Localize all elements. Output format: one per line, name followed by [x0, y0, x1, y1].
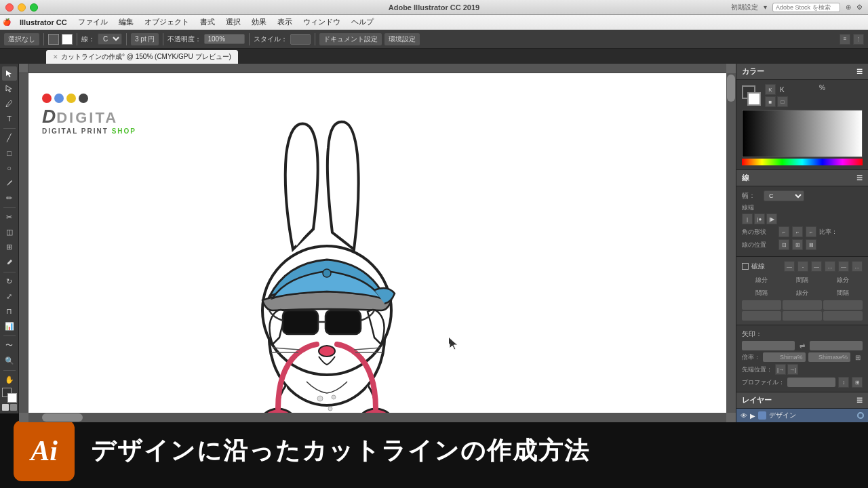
minimize-button[interactable] — [18, 3, 26, 12]
menu-help[interactable]: ヘルプ — [347, 16, 378, 28]
stroke-width-select[interactable]: C — [764, 190, 804, 201]
stroke-end-1[interactable]: | — [742, 214, 753, 224]
close-button[interactable] — [5, 3, 14, 12]
dash-input-2[interactable] — [823, 300, 863, 310]
dash-input-5[interactable] — [823, 311, 863, 321]
spectrum-bar[interactable] — [742, 159, 863, 165]
arrow-swap[interactable]: ⇌ — [797, 341, 807, 350]
style-swatch[interactable] — [290, 34, 311, 45]
stroke-swatch[interactable] — [62, 34, 73, 45]
arrow-end[interactable] — [810, 341, 863, 350]
canvas-area[interactable]: DDIGITA DIGITAL PRINT SHOP — [19, 64, 736, 422]
eyedropper-tool[interactable] — [2, 255, 17, 269]
dash-input-1[interactable] — [783, 300, 822, 310]
brush-tool[interactable] — [2, 176, 17, 190]
direct-select-tool[interactable] — [2, 81, 17, 96]
color-menu-icon[interactable]: ☰ — [856, 68, 863, 75]
preview-mode[interactable] — [10, 404, 17, 411]
color-icon-1[interactable]: K — [765, 84, 776, 95]
position-icon-3[interactable]: ⊠ — [806, 239, 816, 250]
fill-swatch[interactable] — [48, 34, 59, 45]
fg-bg-colors[interactable] — [742, 85, 762, 106]
ellipse-tool[interactable]: ○ — [2, 161, 17, 175]
dash-input-0[interactable] — [742, 300, 781, 310]
scale-tool[interactable]: ⤢ — [2, 289, 17, 304]
corner-icon-2[interactable]: ⌐ — [792, 226, 803, 237]
dash-icon-1[interactable]: — — [784, 261, 795, 272]
canvas-tab[interactable]: ✕ カットラインの作成° @ 150% (CMYK/GPU プレビュー) — [46, 50, 238, 64]
stroke-none[interactable]: 選択なし — [4, 33, 39, 45]
stroke-end-3[interactable]: |▶ — [766, 214, 777, 224]
stock-search-input[interactable] — [772, 3, 840, 12]
menu-edit[interactable]: 編集 — [114, 16, 138, 28]
scrollbar-right[interactable] — [726, 73, 736, 413]
corner-icon-3[interactable]: ⌐ — [806, 226, 816, 237]
layer-menu-icon[interactable]: ☰ — [856, 396, 863, 404]
layer-visibility[interactable]: 👁 — [741, 412, 747, 420]
stroke-select[interactable]: C — [98, 33, 122, 45]
arrange-icon[interactable]: ≡ — [840, 34, 850, 45]
pen-tool[interactable]: 🖊 — [2, 96, 17, 110]
size-button[interactable]: 3 pt 円 — [131, 33, 159, 45]
menu-window[interactable]: ウィンドウ — [298, 16, 345, 28]
profile-input[interactable] — [787, 378, 835, 387]
share-icon[interactable]: ⊕ — [846, 3, 851, 11]
rect-tool[interactable]: □ — [2, 146, 17, 160]
tab-close[interactable]: ✕ — [53, 54, 58, 60]
menu-icon[interactable]: ⋮ — [853, 34, 864, 45]
dash-icon-2[interactable]: - — [797, 261, 808, 272]
blend-tool[interactable]: ⊞ — [2, 240, 17, 254]
opacity-input[interactable] — [204, 34, 245, 44]
scale-input-end[interactable]: Shimase% — [808, 352, 851, 362]
stock-search[interactable]: ▾ — [764, 3, 767, 11]
window-controls[interactable] — [5, 3, 38, 12]
position-icon-1[interactable]: ⊟ — [778, 239, 789, 250]
pencil-tool[interactable]: ✏ — [2, 191, 17, 205]
dash-icon-4[interactable]: … — [825, 261, 835, 272]
background-color[interactable] — [747, 92, 761, 106]
dash-icon-6[interactable]: … — [852, 261, 863, 272]
layer-row[interactable]: 👁 ▶ デザイン — [736, 409, 868, 422]
dash-icon-3[interactable]: — — [811, 261, 822, 272]
stroke-color[interactable] — [7, 393, 17, 403]
canvas-content[interactable]: DDIGITA DIGITAL PRINT SHOP — [28, 73, 726, 413]
normal-mode[interactable] — [2, 404, 9, 411]
profile-icon-2[interactable]: ⊞ — [852, 377, 863, 388]
warp-tool[interactable]: 〜 — [2, 338, 17, 352]
type-tool[interactable]: T — [2, 112, 17, 126]
settings-icon[interactable]: ⚙ — [856, 3, 863, 11]
dash-input-4[interactable] — [783, 311, 822, 321]
scrollbar-thumb-bottom[interactable] — [42, 413, 83, 422]
line-tool[interactable]: ╱ — [2, 131, 17, 145]
menu-view[interactable]: 表示 — [273, 16, 297, 28]
zoom-tool[interactable]: 🔍 — [2, 354, 17, 368]
stroke-menu-icon[interactable]: ☰ — [856, 174, 863, 182]
layer-target[interactable] — [857, 412, 864, 419]
menu-file[interactable]: ファイル — [73, 16, 113, 28]
tip-icon-1[interactable]: |→ — [775, 364, 786, 375]
gradient-bar[interactable] — [742, 110, 863, 157]
env-settings[interactable]: 環境設定 — [384, 33, 420, 45]
position-icon-2[interactable]: ⊞ — [792, 239, 803, 250]
scale-input-start[interactable]: Shima% — [763, 352, 806, 362]
preset-label[interactable]: 初期設定 — [731, 3, 758, 12]
scrollbar-bottom[interactable] — [28, 413, 726, 422]
hand-tool[interactable]: ✋ — [2, 373, 17, 387]
dashed-toggle[interactable] — [742, 263, 749, 270]
layer-expand[interactable]: ▶ — [750, 412, 755, 420]
apple-menu[interactable]: 🍎 — [3, 18, 11, 26]
scissors-tool[interactable]: ✂ — [2, 210, 17, 224]
arrow-start[interactable] — [742, 341, 795, 350]
menu-effect[interactable]: 効果 — [247, 16, 271, 28]
maximize-button[interactable] — [30, 3, 38, 12]
menu-select[interactable]: 選択 — [221, 16, 245, 28]
scrollbar-thumb-right[interactable] — [727, 75, 735, 102]
dash-input-3[interactable] — [742, 311, 781, 321]
tip-icon-2[interactable]: →| — [787, 364, 798, 375]
color-icon-2[interactable]: ■ — [765, 96, 776, 107]
gradient-tool[interactable]: ◫ — [2, 225, 17, 239]
profile-icon-1[interactable]: ↕ — [838, 377, 849, 388]
rotate-tool[interactable]: ↻ — [2, 274, 17, 289]
color-icon-3[interactable]: □ — [777, 96, 788, 107]
bar-chart-tool[interactable]: 📊 — [2, 319, 17, 333]
